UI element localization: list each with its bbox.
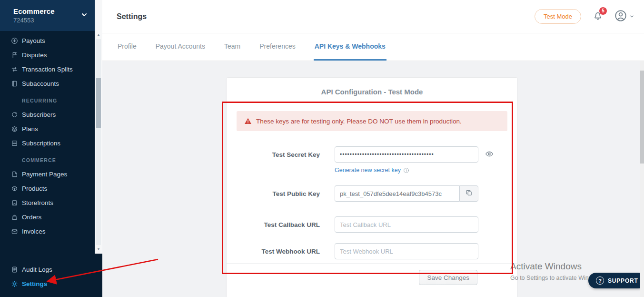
support-button[interactable]: ? SUPPORT <box>588 273 644 288</box>
sidebar-item-subaccounts[interactable]: Subaccounts <box>0 76 95 91</box>
business-id: 724553 <box>13 17 55 24</box>
chevron-down-icon <box>629 12 634 21</box>
test-mode-badge: Test Mode <box>535 9 581 24</box>
eye-icon <box>485 150 494 160</box>
payouts-icon <box>11 37 18 44</box>
warning-text: These keys are for testing only. Please … <box>256 118 462 125</box>
tab-api-keys-webhooks[interactable]: API Keys & Webhooks <box>314 33 386 61</box>
generate-secret-row: Generate new secret key <box>335 167 517 174</box>
sidebar-nav: Payouts Disputes Transaction Splits Suba… <box>0 33 95 254</box>
orders-icon <box>11 214 18 221</box>
tab-team[interactable]: Team <box>223 33 241 61</box>
sidebar-item-orders[interactable]: Orders <box>0 210 95 224</box>
api-keys-form: Test Secret Key Generate new secret key <box>227 146 517 259</box>
sidebar-item-settings[interactable]: Settings <box>0 277 95 291</box>
invoices-icon <box>11 228 18 235</box>
public-key-label: Test Public Key <box>227 190 320 197</box>
sidebar-item-payment-pages[interactable]: Payment Pages <box>0 167 95 181</box>
sidebar-item-transaction-splits[interactable]: Transaction Splits <box>0 62 95 76</box>
info-icon[interactable] <box>403 167 409 174</box>
sidebar-item-label: Disputes <box>22 51 47 59</box>
save-changes-button[interactable]: Save Changes <box>419 270 477 285</box>
notifications-button[interactable]: 5 <box>593 10 603 23</box>
sidebar-item-label: Products <box>22 185 47 192</box>
support-label: SUPPORT <box>608 277 638 284</box>
webhook-url-label: Test Webhook URL <box>227 248 320 255</box>
avatar-icon <box>614 10 627 24</box>
callback-url-row: Test Callback URL <box>227 216 517 233</box>
sidebar-item-label: Audit Logs <box>22 266 52 273</box>
tab-preferences[interactable]: Preferences <box>258 33 296 61</box>
sidebar-item-label: Payment Pages <box>22 171 67 178</box>
sidebar-item-label: Orders <box>22 214 41 221</box>
secret-key-input[interactable] <box>335 146 478 163</box>
secret-key-row: Test Secret Key <box>227 146 517 163</box>
subscribers-icon <box>11 111 18 118</box>
page-title: Settings <box>117 12 147 21</box>
sidebar-item-label: Subscriptions <box>22 140 60 147</box>
sidebar-item-payouts[interactable]: Payouts <box>0 33 95 48</box>
subaccounts-icon <box>11 80 18 87</box>
sidebar-bottom: Audit Logs Settings <box>0 262 95 291</box>
sidebar-item-storefronts[interactable]: Storefronts <box>0 195 95 210</box>
tab-profile[interactable]: Profile <box>117 33 138 61</box>
plans-icon <box>11 125 18 133</box>
sidebar-item-label: Transaction Splits <box>22 66 73 73</box>
bell-icon <box>593 14 603 22</box>
sidebar-section-commerce: COMMERCE <box>22 157 95 163</box>
question-icon: ? <box>596 277 604 285</box>
scroll-down-icon[interactable]: ▼ <box>95 246 102 253</box>
sidebar-item-disputes[interactable]: Disputes <box>0 48 95 62</box>
copy-icon <box>466 189 473 198</box>
notification-count-badge: 5 <box>599 7 607 15</box>
sidebar-item-subscriptions[interactable]: Subscriptions <box>0 136 95 150</box>
chevron-down-icon <box>80 11 88 20</box>
sidebar-item-audit-logs[interactable]: Audit Logs <box>0 262 95 277</box>
generate-secret-link[interactable]: Generate new secret key <box>335 167 401 174</box>
copy-public-key-button[interactable] <box>459 185 478 202</box>
products-icon <box>11 185 18 192</box>
transaction-splits-icon <box>11 66 18 73</box>
sidebar-item-subscribers[interactable]: Subscribers <box>0 107 95 122</box>
sidebar-scrollbar-thumb[interactable] <box>96 78 101 128</box>
content-area: API Configuration - Test Mode These keys… <box>102 61 644 297</box>
sidebar-scrollbar[interactable]: ▲ ▼ <box>95 0 102 254</box>
sidebar-item-label: Storefronts <box>22 199 53 206</box>
tab-payout-accounts[interactable]: Payout Accounts <box>155 33 206 61</box>
sidebar-item-invoices[interactable]: Invoices <box>0 224 95 238</box>
webhook-url-input[interactable] <box>335 243 478 259</box>
public-key-input[interactable] <box>335 185 459 202</box>
settings-tabs: Profile Payout Accounts Team Preferences… <box>102 33 644 61</box>
scroll-up-icon[interactable]: ▲ <box>95 31 102 38</box>
page-scrollbar-thumb[interactable] <box>640 71 644 164</box>
account-menu-button[interactable] <box>614 10 634 24</box>
secret-key-label: Test Secret Key <box>227 151 320 158</box>
callback-url-input[interactable] <box>335 216 478 233</box>
callback-url-label: Test Callback URL <box>227 221 320 228</box>
app-window: Ecommerce 724553 Payouts Disputes Transa… <box>0 0 644 297</box>
sidebar-item-label: Subaccounts <box>22 80 59 87</box>
public-key-group <box>335 185 478 202</box>
business-switcher-text: Ecommerce 724553 <box>13 7 55 24</box>
main-area: Settings Test Mode 5 <box>102 0 644 297</box>
payment-pages-icon <box>11 171 18 178</box>
business-switcher[interactable]: Ecommerce 724553 <box>0 0 95 31</box>
topbar: Settings Test Mode 5 <box>102 0 644 33</box>
audit-logs-icon <box>11 266 18 273</box>
sidebar-item-label: Subscribers <box>22 111 56 118</box>
sidebar-scrollbar-track[interactable] <box>96 39 101 245</box>
sidebar-item-plans[interactable]: Plans <box>0 122 95 136</box>
sidebar-item-products[interactable]: Products <box>0 181 95 195</box>
reveal-secret-button[interactable] <box>485 150 494 160</box>
webhook-url-row: Test Webhook URL <box>227 243 517 259</box>
topbar-actions: Test Mode 5 <box>535 9 634 24</box>
sidebar-item-label: Payouts <box>22 37 45 44</box>
sidebar-item-label: Invoices <box>22 228 46 235</box>
storefronts-icon <box>11 199 18 206</box>
test-keys-warning: These keys are for testing only. Please … <box>237 111 507 131</box>
api-configuration-card: API Configuration - Test Mode These keys… <box>226 77 518 297</box>
sidebar: Ecommerce 724553 Payouts Disputes Transa… <box>0 0 102 297</box>
page-scrollbar[interactable] <box>640 61 644 297</box>
sidebar-item-label: Settings <box>22 280 47 287</box>
sidebar-item-label: Plans <box>22 125 38 133</box>
